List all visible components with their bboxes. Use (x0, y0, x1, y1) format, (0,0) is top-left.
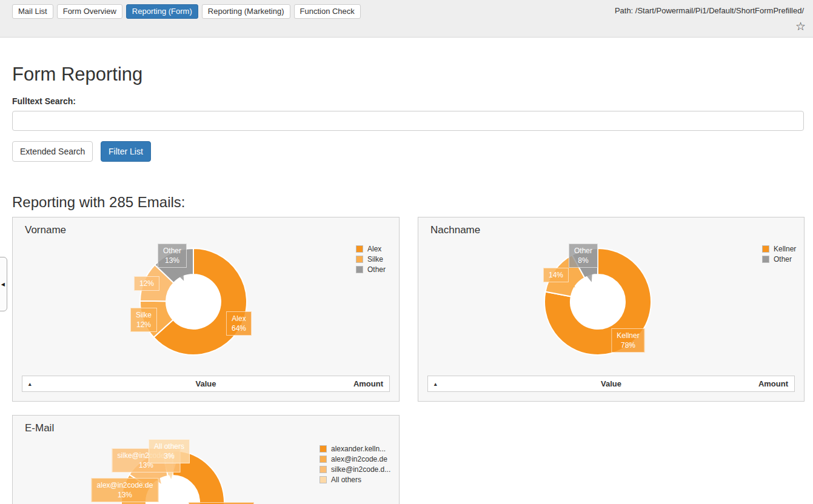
top-bar: Mail ListForm OverviewReporting (Form)Re… (0, 0, 813, 38)
legend-swatch (356, 256, 363, 263)
legend-label: Other (367, 265, 386, 274)
legend-swatch (320, 476, 327, 483)
legend-item-alex[interactable]: Alex (356, 245, 386, 253)
legend-item-silke-in2code-d[interactable]: silke@in2code.d... (320, 465, 390, 474)
legend-swatch (356, 266, 363, 273)
legend-item-all-others[interactable]: All others (320, 476, 390, 484)
legend-swatch (320, 445, 327, 453)
tab-reporting-marketing[interactable]: Reporting (Marketing) (202, 4, 290, 19)
legend-swatch (320, 456, 327, 463)
chart-panel-nachname: NachnameKellner78%14%Other8%KellnerOther… (418, 217, 805, 402)
legend-label: alex@in2code.de (331, 455, 387, 463)
page-title: Form Reporting (12, 64, 142, 85)
tab-form-overview[interactable]: Form Overview (57, 4, 122, 19)
filter-list-button[interactable]: Filter List (101, 141, 151, 162)
result-table-header: ▴ValueAmount (22, 376, 390, 392)
breadcrumb-path: Path: /Start/Powermail/Pi1/Default/Short… (615, 6, 804, 15)
tab-mail-list[interactable]: Mail List (12, 4, 53, 19)
legend-item-alexander-kelln[interactable]: alexander.kelln... (320, 445, 390, 453)
legend-item-other[interactable]: Other (762, 255, 796, 264)
tab-bar: Mail ListForm OverviewReporting (Form)Re… (12, 4, 361, 19)
sort-ascending-icon[interactable]: ▴ (22, 381, 71, 387)
slice-label-unnamed: 14% (543, 268, 569, 282)
column-header-value[interactable]: Value (71, 379, 341, 388)
legend-item-alex-in2code-de[interactable]: alex@in2code.de (320, 455, 390, 463)
column-header-amount[interactable]: Amount (341, 379, 389, 388)
extended-search-button[interactable]: Extended Search (12, 141, 93, 162)
result-table-header: ▴ValueAmount (427, 376, 795, 392)
legend-item-other[interactable]: Other (356, 265, 386, 274)
sort-ascending-icon[interactable]: ▴ (428, 381, 477, 387)
chart-legend: KellnerOther (762, 245, 796, 265)
donut-chart-vorname (13, 217, 400, 402)
fulltext-search-input[interactable] (12, 111, 804, 131)
slice-label-alex-in2code-de: alex@in2code.de13% (92, 478, 159, 502)
side-panel-collapse-handle[interactable]: ◀ (0, 257, 7, 311)
legend-label: alexander.kelln... (331, 445, 386, 453)
legend-label: silke@in2code.d... (331, 465, 390, 474)
tab-function-check[interactable]: Function Check (294, 4, 361, 19)
section-title: Reporting with 285 Emails: (12, 194, 185, 211)
legend-swatch (320, 466, 327, 473)
slice-label-other: Other8% (569, 244, 598, 268)
legend-label: Other (774, 255, 792, 264)
favorite-star-icon[interactable]: ☆ (795, 20, 806, 33)
legend-label: Kellner (774, 245, 796, 253)
legend-label: Silke (367, 255, 383, 264)
legend-swatch (762, 256, 769, 263)
fulltext-search-label: Fulltext Search: (12, 96, 76, 106)
column-header-value[interactable]: Value (477, 379, 746, 388)
legend-label: Alex (367, 245, 381, 253)
slice-label-all-others: All others3% (149, 439, 190, 463)
tab-reporting-form[interactable]: Reporting (Form) (126, 4, 198, 19)
legend-swatch (356, 245, 363, 253)
column-header-amount[interactable]: Amount (746, 379, 794, 388)
donut-chart-nachname (418, 217, 805, 402)
legend-label: All others (331, 476, 361, 484)
legend-item-silke[interactable]: Silke (356, 255, 386, 264)
chart-legend: AlexSilkeOther (356, 245, 386, 276)
slice-label-other: Other13% (158, 244, 187, 268)
chart-panel-vorname: VornameAlex64%Silke12%12%Other13%AlexSil… (12, 217, 400, 402)
legend-item-kellner[interactable]: Kellner (762, 245, 796, 253)
legend-swatch (762, 245, 769, 253)
slice-label-kellner: Kellner78% (611, 328, 644, 353)
chevron-left-icon: ◀ (1, 282, 5, 287)
slice-label-unnamed: 12% (134, 276, 159, 291)
slice-label-alex: Alex64% (226, 311, 252, 336)
chart-panel-e-mail: E-Mailalexander.kelln...71%alex@in2code.… (12, 415, 400, 504)
slice-label-silke: Silke12% (130, 308, 157, 332)
chart-legend: alexander.kelln...alex@in2code.desilke@i… (320, 445, 390, 486)
